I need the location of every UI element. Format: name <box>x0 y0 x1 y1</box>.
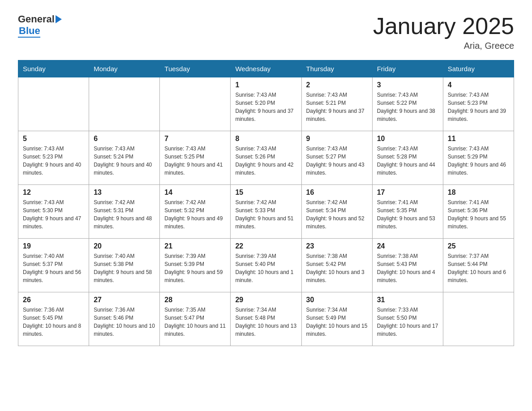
calendar-cell: 8Sunrise: 7:43 AM Sunset: 5:26 PM Daylig… <box>231 131 301 185</box>
weekday-header-tuesday: Tuesday <box>160 60 231 77</box>
calendar-cell: 28Sunrise: 7:35 AM Sunset: 5:47 PM Dayli… <box>160 292 231 346</box>
day-number: 4 <box>448 81 509 89</box>
day-number: 17 <box>377 188 438 197</box>
day-number: 6 <box>94 135 155 143</box>
calendar-week-4: 19Sunrise: 7:40 AM Sunset: 5:37 PM Dayli… <box>18 239 514 292</box>
logo: General Blue <box>18 13 62 38</box>
location: Aria, Greece <box>373 41 514 51</box>
day-number: 15 <box>235 188 296 197</box>
day-number: 22 <box>235 242 296 250</box>
calendar-cell: 26Sunrise: 7:36 AM Sunset: 5:45 PM Dayli… <box>18 292 89 346</box>
day-number: 23 <box>306 242 368 250</box>
day-number: 16 <box>306 188 368 197</box>
day-info: Sunrise: 7:42 AM Sunset: 5:33 PM Dayligh… <box>235 198 296 231</box>
weekday-header-thursday: Thursday <box>301 60 372 77</box>
day-info: Sunrise: 7:43 AM Sunset: 5:26 PM Dayligh… <box>235 145 296 177</box>
weekday-header-friday: Friday <box>372 60 443 77</box>
day-info: Sunrise: 7:39 AM Sunset: 5:40 PM Dayligh… <box>235 252 296 284</box>
calendar-cell: 16Sunrise: 7:42 AM Sunset: 5:34 PM Dayli… <box>301 185 372 239</box>
day-info: Sunrise: 7:42 AM Sunset: 5:32 PM Dayligh… <box>164 198 226 231</box>
calendar-cell: 19Sunrise: 7:40 AM Sunset: 5:37 PM Dayli… <box>18 239 89 292</box>
day-info: Sunrise: 7:43 AM Sunset: 5:22 PM Dayligh… <box>377 91 438 123</box>
day-info: Sunrise: 7:43 AM Sunset: 5:23 PM Dayligh… <box>23 145 84 177</box>
day-info: Sunrise: 7:43 AM Sunset: 5:28 PM Dayligh… <box>377 145 438 177</box>
calendar-cell: 1Sunrise: 7:43 AM Sunset: 5:20 PM Daylig… <box>231 77 301 131</box>
calendar-cell <box>18 77 89 131</box>
logo-blue-text: Blue <box>19 25 40 36</box>
day-info: Sunrise: 7:43 AM Sunset: 5:25 PM Dayligh… <box>164 145 226 177</box>
day-number: 30 <box>306 296 368 304</box>
day-info: Sunrise: 7:43 AM Sunset: 5:24 PM Dayligh… <box>94 145 155 177</box>
page-header: General Blue January 2025 Aria, Greece <box>18 13 514 51</box>
day-number: 28 <box>164 296 226 304</box>
day-info: Sunrise: 7:43 AM Sunset: 5:20 PM Dayligh… <box>235 91 296 123</box>
calendar-cell: 21Sunrise: 7:39 AM Sunset: 5:39 PM Dayli… <box>160 239 231 292</box>
calendar-cell: 14Sunrise: 7:42 AM Sunset: 5:32 PM Dayli… <box>160 185 231 239</box>
calendar-cell: 31Sunrise: 7:33 AM Sunset: 5:50 PM Dayli… <box>372 292 443 346</box>
day-number: 1 <box>235 81 296 89</box>
day-number: 7 <box>164 135 226 143</box>
calendar-cell: 24Sunrise: 7:38 AM Sunset: 5:43 PM Dayli… <box>372 239 443 292</box>
weekday-header-wednesday: Wednesday <box>231 60 301 77</box>
day-number: 14 <box>164 188 226 197</box>
title-block: January 2025 Aria, Greece <box>373 13 514 51</box>
calendar-cell: 23Sunrise: 7:38 AM Sunset: 5:42 PM Dayli… <box>301 239 372 292</box>
calendar-cell: 13Sunrise: 7:42 AM Sunset: 5:31 PM Dayli… <box>89 185 160 239</box>
day-info: Sunrise: 7:41 AM Sunset: 5:36 PM Dayligh… <box>448 198 509 231</box>
calendar-cell: 2Sunrise: 7:43 AM Sunset: 5:21 PM Daylig… <box>301 77 372 131</box>
day-info: Sunrise: 7:42 AM Sunset: 5:34 PM Dayligh… <box>306 198 368 231</box>
day-number: 5 <box>23 135 84 143</box>
calendar-week-1: 1Sunrise: 7:43 AM Sunset: 5:20 PM Daylig… <box>18 77 514 131</box>
calendar-cell: 22Sunrise: 7:39 AM Sunset: 5:40 PM Dayli… <box>231 239 301 292</box>
calendar-cell: 12Sunrise: 7:43 AM Sunset: 5:30 PM Dayli… <box>18 185 89 239</box>
calendar-cell: 27Sunrise: 7:36 AM Sunset: 5:46 PM Dayli… <box>89 292 160 346</box>
day-number: 19 <box>23 242 84 250</box>
calendar-cell: 6Sunrise: 7:43 AM Sunset: 5:24 PM Daylig… <box>89 131 160 185</box>
day-info: Sunrise: 7:40 AM Sunset: 5:38 PM Dayligh… <box>94 252 155 284</box>
calendar-cell: 5Sunrise: 7:43 AM Sunset: 5:23 PM Daylig… <box>18 131 89 185</box>
calendar-cell: 20Sunrise: 7:40 AM Sunset: 5:38 PM Dayli… <box>89 239 160 292</box>
day-number: 21 <box>164 242 226 250</box>
calendar-cell: 18Sunrise: 7:41 AM Sunset: 5:36 PM Dayli… <box>443 185 514 239</box>
day-number: 10 <box>377 135 438 143</box>
calendar-cell: 30Sunrise: 7:34 AM Sunset: 5:49 PM Dayli… <box>301 292 372 346</box>
day-info: Sunrise: 7:34 AM Sunset: 5:49 PM Dayligh… <box>306 306 368 338</box>
logo-general-text: General <box>18 13 55 25</box>
day-info: Sunrise: 7:33 AM Sunset: 5:50 PM Dayligh… <box>377 306 438 338</box>
calendar-cell <box>160 77 231 131</box>
calendar-cell <box>89 77 160 131</box>
calendar-cell <box>443 292 514 346</box>
day-info: Sunrise: 7:41 AM Sunset: 5:35 PM Dayligh… <box>377 198 438 231</box>
calendar-cell: 9Sunrise: 7:43 AM Sunset: 5:27 PM Daylig… <box>301 131 372 185</box>
calendar-cell: 4Sunrise: 7:43 AM Sunset: 5:23 PM Daylig… <box>443 77 514 131</box>
day-info: Sunrise: 7:36 AM Sunset: 5:45 PM Dayligh… <box>23 306 84 338</box>
calendar-cell: 17Sunrise: 7:41 AM Sunset: 5:35 PM Dayli… <box>372 185 443 239</box>
day-number: 11 <box>448 135 509 143</box>
day-info: Sunrise: 7:35 AM Sunset: 5:47 PM Dayligh… <box>164 306 226 338</box>
day-info: Sunrise: 7:43 AM Sunset: 5:27 PM Dayligh… <box>306 145 368 177</box>
day-number: 13 <box>94 188 155 197</box>
day-number: 2 <box>306 81 368 89</box>
day-info: Sunrise: 7:34 AM Sunset: 5:48 PM Dayligh… <box>235 306 296 338</box>
day-info: Sunrise: 7:37 AM Sunset: 5:44 PM Dayligh… <box>448 252 509 284</box>
day-info: Sunrise: 7:43 AM Sunset: 5:21 PM Dayligh… <box>306 91 368 123</box>
day-number: 3 <box>377 81 438 89</box>
weekday-header-row: SundayMondayTuesdayWednesdayThursdayFrid… <box>18 60 514 77</box>
day-number: 25 <box>448 242 509 250</box>
calendar-cell: 11Sunrise: 7:43 AM Sunset: 5:29 PM Dayli… <box>443 131 514 185</box>
day-info: Sunrise: 7:40 AM Sunset: 5:37 PM Dayligh… <box>23 252 84 284</box>
day-number: 9 <box>306 135 368 143</box>
day-number: 8 <box>235 135 296 143</box>
day-info: Sunrise: 7:39 AM Sunset: 5:39 PM Dayligh… <box>164 252 226 284</box>
calendar-cell: 3Sunrise: 7:43 AM Sunset: 5:22 PM Daylig… <box>372 77 443 131</box>
day-number: 24 <box>377 242 438 250</box>
day-info: Sunrise: 7:36 AM Sunset: 5:46 PM Dayligh… <box>94 306 155 338</box>
calendar-table: SundayMondayTuesdayWednesdayThursdayFrid… <box>18 60 514 346</box>
calendar-cell: 10Sunrise: 7:43 AM Sunset: 5:28 PM Dayli… <box>372 131 443 185</box>
calendar-week-2: 5Sunrise: 7:43 AM Sunset: 5:23 PM Daylig… <box>18 131 514 185</box>
day-info: Sunrise: 7:43 AM Sunset: 5:30 PM Dayligh… <box>23 198 84 231</box>
weekday-header-monday: Monday <box>89 60 160 77</box>
day-number: 27 <box>94 296 155 304</box>
weekday-header-saturday: Saturday <box>443 60 514 77</box>
calendar-week-3: 12Sunrise: 7:43 AM Sunset: 5:30 PM Dayli… <box>18 185 514 239</box>
